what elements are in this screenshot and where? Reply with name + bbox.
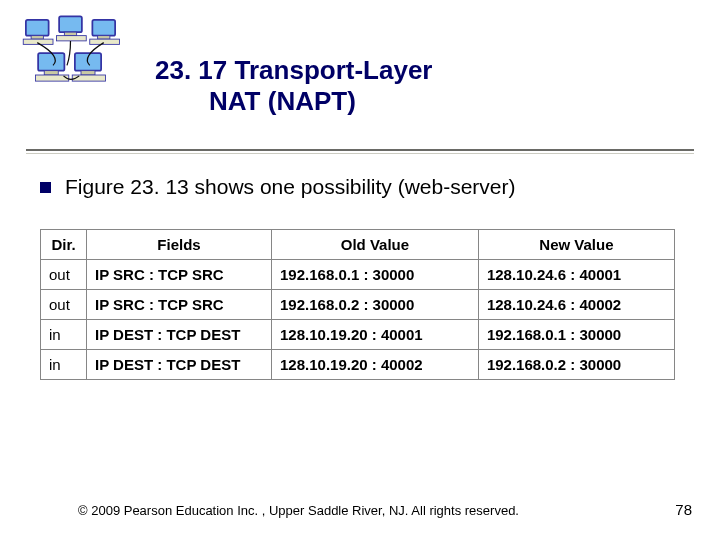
th-old: Old Value — [272, 230, 479, 260]
network-clipart-icon — [18, 14, 123, 94]
cell-new: 192.168.0.2 : 30000 — [478, 350, 674, 380]
svg-rect-6 — [92, 20, 115, 36]
svg-rect-13 — [81, 71, 95, 75]
cell-new: 128.10.24.6 : 40002 — [478, 290, 674, 320]
table-row: out IP SRC : TCP SRC 192.168.0.2 : 30000… — [41, 290, 675, 320]
svg-rect-0 — [26, 20, 49, 36]
cell-dir: out — [41, 290, 87, 320]
svg-rect-7 — [98, 36, 110, 40]
table-row: out IP SRC : TCP SRC 192.168.0.1 : 30000… — [41, 260, 675, 290]
cell-new: 192.168.0.1 : 30000 — [478, 320, 674, 350]
cell-old: 192.168.0.2 : 30000 — [272, 290, 479, 320]
table-row: in IP DEST : TCP DEST 128.10.19.20 : 400… — [41, 320, 675, 350]
slide-header: 23. 17 Transport-Layer NAT (NAPT) — [0, 0, 720, 160]
bullet-text: Figure 23. 13 shows one possibility (web… — [65, 175, 516, 199]
slide-title: 23. 17 Transport-Layer NAT (NAPT) — [155, 55, 675, 117]
slide-body: Figure 23. 13 shows one possibility (web… — [40, 175, 680, 380]
cell-old: 128.10.19.20 : 40001 — [272, 320, 479, 350]
cell-fields: IP SRC : TCP SRC — [87, 290, 272, 320]
cell-fields: IP SRC : TCP SRC — [87, 260, 272, 290]
title-line-1: 23. 17 Transport-Layer — [155, 55, 432, 85]
th-fields: Fields — [87, 230, 272, 260]
svg-rect-10 — [44, 71, 58, 75]
square-bullet-icon — [40, 182, 51, 193]
svg-rect-3 — [59, 16, 82, 32]
svg-rect-8 — [90, 39, 120, 44]
copyright-text: © 2009 Pearson Education Inc. , Upper Sa… — [78, 503, 519, 518]
cell-dir: in — [41, 350, 87, 380]
svg-rect-9 — [38, 53, 64, 71]
table-header-row: Dir. Fields Old Value New Value — [41, 230, 675, 260]
title-line-2: NAT (NAPT) — [155, 86, 356, 116]
cell-old: 192.168.0.1 : 30000 — [272, 260, 479, 290]
svg-rect-4 — [64, 32, 76, 36]
cell-new: 128.10.24.6 : 40001 — [478, 260, 674, 290]
title-divider — [26, 149, 694, 153]
table-row: in IP DEST : TCP DEST 128.10.19.20 : 400… — [41, 350, 675, 380]
slide: 23. 17 Transport-Layer NAT (NAPT) Figure… — [0, 0, 720, 540]
th-dir: Dir. — [41, 230, 87, 260]
svg-rect-5 — [57, 36, 87, 41]
page-number: 78 — [675, 501, 692, 518]
cell-fields: IP DEST : TCP DEST — [87, 320, 272, 350]
th-new: New Value — [478, 230, 674, 260]
svg-rect-14 — [72, 75, 105, 81]
cell-old: 128.10.19.20 : 40002 — [272, 350, 479, 380]
cell-dir: out — [41, 260, 87, 290]
napt-table: Dir. Fields Old Value New Value out IP S… — [40, 229, 675, 380]
cell-dir: in — [41, 320, 87, 350]
cell-fields: IP DEST : TCP DEST — [87, 350, 272, 380]
bullet-item: Figure 23. 13 shows one possibility (web… — [40, 175, 680, 199]
svg-rect-1 — [31, 36, 43, 40]
